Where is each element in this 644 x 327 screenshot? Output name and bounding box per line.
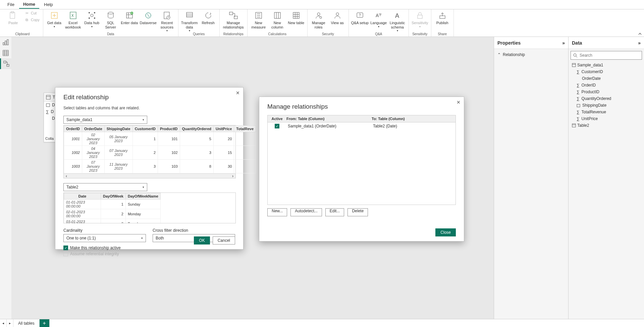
table-row[interactable]: 100307 January 202311 January 2023310383… <box>64 160 256 173</box>
col-header[interactable]: DayOfWeek <box>101 193 126 200</box>
col-header[interactable]: OrderDate <box>82 126 104 132</box>
new-rel-button[interactable]: New... <box>267 208 287 216</box>
table-row[interactable]: 100204 January 202307 January 2023210231… <box>64 146 256 160</box>
enter-data-button[interactable]: Enter data <box>120 10 139 25</box>
publish-button[interactable]: Publish <box>433 10 451 25</box>
col-header[interactable]: CustomerID <box>132 126 158 132</box>
cardinality-dropdown[interactable]: One to one (1:1)▾ <box>63 234 146 242</box>
grid-scroll[interactable]: ‹ › <box>64 173 235 178</box>
field-row[interactable]: OrderDate <box>572 75 641 82</box>
ok-button[interactable]: OK <box>194 236 210 244</box>
table-row[interactable]: 03-01-2023 00:00:003Tuesday <box>64 219 161 224</box>
sensitivity-button[interactable]: Sensitivity▾ <box>411 10 429 28</box>
close-icon[interactable]: ✕ <box>236 90 240 96</box>
manage-roles-button[interactable]: Manage roles <box>310 10 328 29</box>
copy-button[interactable]: ⧉Copy <box>23 17 41 23</box>
relationship-row[interactable]: ✓ Sample_data1 (OrderDate) Table2 (Date) <box>268 122 455 130</box>
autodetect-button[interactable]: Autodetect... <box>290 208 322 216</box>
checkbox-icon[interactable]: ✓ <box>275 124 279 128</box>
new-measure-button[interactable]: New measure <box>250 10 268 29</box>
col-header[interactable]: DayOfWeekName <box>125 193 160 200</box>
field-row[interactable]: ∑CustomerID <box>572 68 641 75</box>
col-header[interactable]: TotalReve <box>234 126 256 132</box>
refresh-button[interactable]: Refresh <box>199 10 217 25</box>
checkbox-icon[interactable]: ✓ <box>63 246 68 250</box>
chevron-up-icon[interactable]: ⌃ <box>497 52 501 57</box>
rel-from: Sample_data1 (OrderDate) <box>286 124 372 128</box>
integrity-checkbox-row[interactable]: Assume referential integrity <box>63 252 235 256</box>
transform-button[interactable]: Transform data▾ <box>180 10 199 32</box>
close-button[interactable]: Close <box>435 228 456 236</box>
col-header[interactable]: OrderID <box>64 126 82 132</box>
col-header[interactable]: QuantityOrdered <box>180 126 213 132</box>
table-row[interactable]: 02-01-2023 00:00:002Monday <box>64 209 161 219</box>
report-view-button[interactable] <box>0 37 11 48</box>
measure-icon <box>254 11 263 20</box>
search-input[interactable] <box>571 51 642 60</box>
col-header[interactable]: ShippingDate <box>104 126 132 132</box>
dataverse-icon <box>144 11 153 20</box>
svg-rect-40 <box>572 63 576 67</box>
edit-rel-button[interactable]: Edit... <box>325 208 344 216</box>
menu-help[interactable]: Help <box>40 1 57 8</box>
close-icon[interactable]: ✕ <box>457 100 461 105</box>
view-as-button[interactable]: View as <box>328 10 346 25</box>
language-button[interactable]: A字Language▾ <box>370 10 388 28</box>
group-label: Security <box>310 32 346 37</box>
field-row[interactable]: ∑OrderID <box>572 82 641 89</box>
table-name[interactable]: Sample_data1 <box>577 63 603 67</box>
data-view-button[interactable] <box>0 48 11 58</box>
manage-rel-button[interactable]: Manage relationships <box>222 10 245 29</box>
recent-sources-button[interactable]: Recent sources▾ <box>158 10 176 32</box>
cut-button[interactable]: ✂Cut <box>23 10 41 16</box>
new-table-button[interactable]: New table <box>287 10 305 25</box>
svg-rect-38 <box>46 104 50 107</box>
publish-icon <box>438 11 447 20</box>
field-row[interactable]: ∑ProductID <box>572 89 641 95</box>
tab-prev-button[interactable]: ◂ <box>0 319 7 327</box>
col-header[interactable]: Date <box>64 193 101 200</box>
sql-button[interactable]: SQL Server <box>102 10 120 29</box>
schema-button[interactable]: ALinguistic schema▾ <box>388 10 407 32</box>
tab-next-button[interactable]: ▸ <box>7 319 13 327</box>
menu-home[interactable]: Home <box>19 0 39 9</box>
table-row[interactable]: 01-01-2023 00:00:001Sunday <box>64 200 161 209</box>
card-field: D <box>52 103 55 107</box>
field-row[interactable]: ShippingDate <box>572 102 641 109</box>
collapse-pane-icon[interactable]: » <box>638 40 641 46</box>
col-header[interactable]: UnitPrice <box>213 126 234 132</box>
collapse-pane-icon[interactable]: » <box>562 40 565 46</box>
prop-section-label: Relationship <box>503 52 525 57</box>
model-view-button[interactable] <box>0 58 11 69</box>
scroll-left-icon[interactable]: ‹ <box>66 174 67 178</box>
active-checkbox-row[interactable]: ✓ Make this relationship active <box>63 246 235 250</box>
dataverse-button[interactable]: Dataverse <box>139 10 157 25</box>
field-row[interactable]: ∑QuantityOrdered <box>572 95 641 102</box>
table-row[interactable]: 100102 January 202305 January 2023110152… <box>64 132 256 146</box>
table-name[interactable]: Table2 <box>577 123 589 128</box>
add-tab-button[interactable]: + <box>40 319 50 327</box>
collapse-ribbon-button[interactable] <box>638 32 642 36</box>
ribbon-group-share: Publish Share <box>431 9 454 37</box>
qa-setup-button[interactable]: ?Q&A setup <box>351 10 369 25</box>
table1-dropdown[interactable]: Sample_data1▾ <box>63 116 147 124</box>
data-hub-button[interactable]: Data hub▾ <box>83 10 101 28</box>
svg-rect-36 <box>7 64 9 66</box>
get-data-button[interactable]: Get data▾ <box>45 10 63 28</box>
excel-button[interactable]: XExcel workbook <box>64 10 82 29</box>
scroll-right-icon[interactable]: › <box>232 174 233 178</box>
field-row[interactable]: ∑TotalRevenue <box>572 109 641 115</box>
checkbox-icon[interactable] <box>63 252 68 256</box>
menu-file[interactable]: File <box>3 1 18 8</box>
cancel-button[interactable]: Cancel <box>213 236 235 244</box>
tab-all-tables[interactable]: All tables <box>13 319 40 327</box>
field-row[interactable]: ∑UnitPrice <box>572 115 641 122</box>
paste-button[interactable]: Paste <box>4 10 22 25</box>
search-field[interactable] <box>580 53 640 58</box>
delete-rel-button[interactable]: Delete <box>347 208 368 216</box>
new-column-button[interactable]: New column <box>268 10 286 29</box>
svg-rect-16 <box>229 12 233 15</box>
table2-dropdown[interactable]: Table2▾ <box>63 183 147 191</box>
col-header[interactable]: ProductID <box>158 126 180 132</box>
table-icon <box>572 63 576 67</box>
